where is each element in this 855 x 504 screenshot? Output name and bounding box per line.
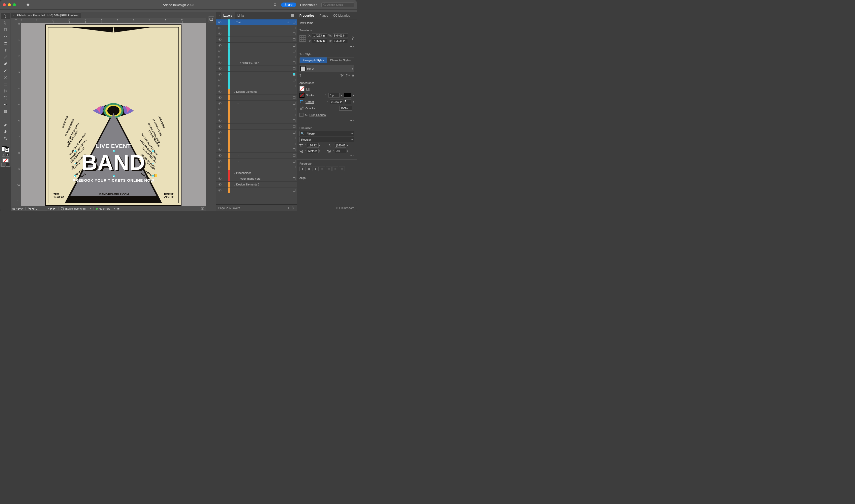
visibility-icon[interactable] — [218, 50, 221, 52]
adobe-stock-search[interactable]: Adobe Stock — [321, 2, 354, 7]
layer-row[interactable] — [216, 187, 297, 193]
transform-y[interactable] — [312, 39, 327, 43]
cc-libraries-dock-icon[interactable] — [208, 16, 214, 22]
preflight-errors[interactable]: No errors▾ — [99, 207, 115, 210]
screen-mode-preview-icon[interactable] — [6, 163, 10, 166]
stroke-swatch[interactable] — [300, 93, 304, 98]
rectangle-tool[interactable] — [1, 81, 10, 87]
layer-row[interactable] — [216, 118, 297, 124]
corner-shape[interactable] — [345, 100, 351, 104]
visibility-icon[interactable] — [218, 166, 221, 168]
visibility-icon[interactable] — [218, 143, 221, 145]
more-options-icon[interactable]: ••• — [300, 154, 354, 157]
text-icon[interactable]: T — [6, 153, 9, 157]
visibility-icon[interactable] — [218, 56, 221, 58]
leading[interactable] — [335, 143, 346, 148]
preflight-profile[interactable]: [Basic] (working)▾ — [65, 207, 91, 210]
container-icon[interactable]: ▱ — [2, 153, 5, 157]
layer-row[interactable] — [216, 135, 297, 141]
workspace-switcher[interactable]: Essentials▾ — [300, 3, 317, 7]
gradient-feather-tool[interactable] — [1, 108, 10, 114]
paragraph-styles-tab[interactable]: Paragraph Styles — [300, 57, 327, 63]
font-weight[interactable]: ▾ — [300, 137, 354, 142]
direct-selection-tool[interactable] — [1, 20, 10, 26]
align-left-icon[interactable]: ≡ — [300, 166, 305, 171]
visibility-icon[interactable] — [218, 38, 221, 41]
page-field[interactable]: 2 — [35, 207, 47, 211]
last-page-icon[interactable]: ▶I — [53, 207, 56, 210]
layer-row[interactable] — [216, 72, 297, 77]
stroke-type[interactable] — [344, 93, 351, 97]
visibility-icon[interactable] — [218, 125, 221, 128]
tab-links[interactable]: Links — [235, 12, 247, 19]
eyedropper-tool[interactable] — [1, 122, 10, 128]
tracking[interactable] — [335, 149, 346, 153]
free-transform-tool[interactable] — [1, 94, 10, 101]
layer-row[interactable]: ⌄Design Elements — [216, 89, 297, 95]
visibility-icon[interactable] — [218, 79, 221, 82]
layer-row[interactable] — [216, 129, 297, 135]
scissors-tool[interactable] — [1, 88, 10, 94]
document-tab[interactable]: × FileInfo.com Example.indd @ 56% [GPU P… — [11, 13, 81, 18]
visibility-icon[interactable] — [218, 148, 221, 151]
apply-target[interactable]: ▱ T — [2, 153, 9, 157]
fx-icon[interactable]: fx. — [305, 113, 308, 116]
character-styles-tab[interactable]: Character Styles — [327, 57, 354, 63]
visibility-icon[interactable] — [218, 67, 221, 70]
align-center-icon[interactable]: ≡ — [306, 166, 312, 171]
note-tool[interactable] — [1, 115, 10, 121]
open-flyout-icon[interactable]: ⊞ — [117, 207, 120, 210]
layer-row[interactable] — [216, 54, 297, 60]
pen-tool[interactable] — [1, 60, 10, 67]
clear-override-icon[interactable]: ¶⟲ — [340, 74, 344, 77]
page-tool[interactable] — [1, 26, 10, 33]
layer-row[interactable]: ⌄Text — [216, 19, 297, 25]
vertical-ruler[interactable]: 01234567891011 — [11, 23, 21, 206]
delete-layer-icon[interactable] — [291, 206, 295, 210]
ruler-origin[interactable] — [11, 18, 21, 23]
preflight-menu-icon[interactable] — [60, 207, 64, 211]
layer-row[interactable] — [216, 147, 297, 153]
justify-right-icon[interactable]: ≣ — [332, 166, 338, 171]
new-style-icon[interactable]: ⊞ — [352, 74, 354, 77]
layer-row[interactable] — [216, 95, 297, 101]
visibility-icon[interactable] — [218, 21, 221, 23]
prev-page-icon[interactable]: ◀ — [32, 207, 34, 210]
first-page-icon[interactable]: I◀ — [28, 207, 31, 210]
font-family[interactable]: 🔍 ▾ — [300, 131, 354, 136]
content-collector-tool[interactable] — [1, 40, 10, 47]
justify-left-icon[interactable]: ≣ — [319, 166, 325, 171]
visibility-icon[interactable] — [218, 33, 221, 35]
visibility-icon[interactable] — [218, 177, 221, 180]
layer-row[interactable] — [216, 106, 297, 112]
visibility-icon[interactable] — [218, 120, 221, 122]
home-icon[interactable] — [26, 3, 30, 7]
visibility-icon[interactable] — [218, 27, 221, 29]
panel-menu-icon[interactable] — [291, 14, 294, 17]
pencil-tool[interactable] — [1, 67, 10, 74]
constrain-proportions-icon[interactable] — [351, 36, 354, 41]
layer-row[interactable] — [216, 141, 297, 147]
layer-row[interactable] — [216, 83, 297, 89]
visibility-icon[interactable] — [218, 131, 221, 133]
drop-shadow-link[interactable]: Drop Shadow — [309, 113, 326, 116]
horizontal-ruler[interactable]: -10123456789 — [21, 18, 206, 23]
close-window[interactable] — [3, 3, 6, 6]
whats-new-icon[interactable] — [273, 3, 277, 7]
justify-center-icon[interactable]: ≣ — [326, 166, 332, 171]
maximize-window[interactable] — [13, 3, 16, 6]
more-options-icon[interactable]: ••• — [300, 119, 354, 122]
fill-swatch[interactable] — [300, 86, 304, 91]
fx-target-icon[interactable] — [300, 113, 303, 117]
font-size[interactable] — [307, 143, 319, 148]
transform-h[interactable] — [333, 39, 348, 43]
new-layer-icon[interactable] — [286, 206, 289, 210]
align-right-icon[interactable]: ≡ — [313, 166, 319, 171]
fill-stroke-swatch[interactable] — [2, 146, 9, 152]
opacity-value[interactable] — [339, 106, 352, 111]
split-view-icon[interactable] — [201, 207, 204, 211]
current-style[interactable]: title 2 ▾ — [300, 65, 354, 72]
layer-row[interactable]: ⌄ — [216, 101, 297, 106]
visibility-icon[interactable] — [218, 183, 221, 186]
layer-row[interactable]: ⌄Placeholder — [216, 170, 297, 176]
